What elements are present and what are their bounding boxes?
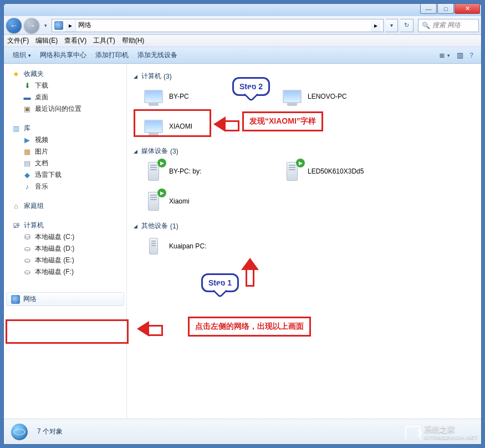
- forward-button[interactable]: →: [24, 18, 39, 33]
- menu-file[interactable]: 文件(F): [7, 36, 29, 45]
- sidebar-item-drive-c[interactable]: ⛁本地磁盘 (C:): [4, 231, 126, 243]
- annotation-step1: Step 1: [201, 273, 239, 292]
- menu-tools[interactable]: 工具(T): [93, 36, 115, 45]
- section-label: 计算机: [141, 72, 161, 81]
- add-wireless-button[interactable]: 添加无线设备: [133, 48, 182, 62]
- sidebar-item-downloads[interactable]: ⬇下载: [4, 80, 126, 91]
- sidebar-item-drive-d[interactable]: ⛀本地磁盘 (D:): [4, 243, 126, 254]
- media-item-bypc[interactable]: ▶ BY-PC: by:: [140, 158, 273, 185]
- close-button[interactable]: ✕: [455, 4, 480, 14]
- menubar: 文件(F) 编辑(E) 查看(V) 工具(T) 帮助(H): [4, 35, 481, 47]
- watermark-title: 系统之家: [424, 425, 455, 434]
- help-button[interactable]: ？: [466, 50, 477, 60]
- recent-icon: ▣: [23, 105, 32, 114]
- drive-icon: ⛀: [23, 245, 32, 253]
- explorer-window: — ▢ ✕ ← → ▾ ▸ 网络 ▸ ▾ ↻ 🔍 搜索 网络 文件(F) 编辑(…: [3, 3, 482, 445]
- network-icon: [11, 295, 20, 304]
- library-icon: ▥: [12, 124, 21, 133]
- computer-icon: 🖳: [12, 221, 21, 230]
- sidebar-computer[interactable]: 🖳 计算机: [4, 220, 126, 231]
- section-computers[interactable]: ◢ 计算机 (3): [134, 72, 478, 81]
- status-text: 7 个对象: [37, 427, 63, 436]
- section-other[interactable]: ◢ 其他设备 (1): [134, 221, 478, 231]
- view-mode-button[interactable]: ≣: [436, 51, 447, 59]
- item-label: LED50K610X3Dd5: [308, 167, 364, 175]
- sidebar-item-drive-e[interactable]: ⛀本地磁盘 (E:): [4, 254, 126, 266]
- sidebar-item-label: 本地磁盘 (F:): [35, 267, 74, 277]
- chevron-down-icon: ◢: [134, 223, 139, 229]
- organize-label: 组织: [13, 50, 26, 60]
- add-printer-button[interactable]: 添加打印机: [91, 48, 133, 62]
- computer-item-bypc[interactable]: BY-PC: [140, 83, 273, 110]
- search-icon: 🔍: [422, 22, 430, 29]
- breadcrumb-sep2[interactable]: ▸: [371, 19, 381, 32]
- address-bar[interactable]: ▸ 网络 ▸: [52, 19, 384, 32]
- sidebar-item-drive-f[interactable]: ⛀本地磁盘 (F:): [4, 266, 126, 278]
- refresh-button[interactable]: ↻: [400, 19, 413, 32]
- maximize-button[interactable]: ▢: [437, 4, 454, 14]
- menu-help[interactable]: 帮助(H): [122, 36, 145, 45]
- sidebar-item-recent[interactable]: ▣最近访问的位置: [4, 103, 126, 115]
- content-pane: ◢ 计算机 (3) BY-PC LENOVO-PC XIAOMI: [127, 64, 481, 419]
- music-icon: ♪: [23, 182, 32, 191]
- sidebar-favorites[interactable]: ★ 收藏夹: [4, 68, 126, 80]
- sidebar-item-videos[interactable]: ▶视频: [4, 134, 126, 146]
- body: ★ 收藏夹 ⬇下载 ▬桌面 ▣最近访问的位置 ▥ 库 ▶视频 ▦图片 ▤文档 ◆…: [4, 64, 481, 419]
- section-count: (3): [170, 147, 178, 155]
- sidebar-homegroup[interactable]: ⌂ 家庭组: [4, 200, 126, 212]
- computer-item-xiaomi[interactable]: XIAOMI: [140, 113, 273, 140]
- sidebar-library-label: 库: [24, 124, 30, 133]
- sidebar-item-label: 图片: [35, 147, 48, 156]
- nav-history-dropdown[interactable]: ▾: [42, 23, 49, 28]
- network-sharing-center-button[interactable]: 网络和共享中心: [35, 48, 91, 62]
- sidebar-library[interactable]: ▥ 库: [4, 123, 126, 134]
- sidebar-item-desktop[interactable]: ▬桌面: [4, 91, 126, 103]
- homegroup-icon: ⌂: [12, 202, 21, 211]
- media-item-led[interactable]: ▶ LED50K610X3Dd5: [279, 158, 412, 185]
- sidebar-item-thunder[interactable]: ◆迅雷下载: [4, 169, 126, 181]
- preview-pane-button[interactable]: ▥: [455, 51, 466, 59]
- search-input[interactable]: 🔍 搜索 网络: [418, 19, 479, 32]
- pictures-icon: ▦: [23, 147, 32, 156]
- sidebar-item-pictures[interactable]: ▦图片: [4, 146, 126, 157]
- drive-icon: ⛀: [23, 268, 32, 277]
- sidebar-item-documents[interactable]: ▤文档: [4, 157, 126, 169]
- computer-icon: [281, 85, 303, 108]
- menu-edit[interactable]: 编辑(E): [35, 36, 58, 45]
- sidebar-computer-label: 计算机: [24, 221, 44, 230]
- annotation-arrow-left-icon: [137, 321, 149, 337]
- sidebar-item-label: 最近访问的位置: [35, 104, 81, 114]
- drive-icon: ⛀: [23, 256, 32, 265]
- address-dropdown[interactable]: ▾: [386, 19, 398, 32]
- device-icon: [142, 235, 165, 257]
- sidebar-item-label: 本地磁盘 (E:): [35, 256, 74, 265]
- computer-icon: [142, 115, 165, 138]
- computer-item-lenovo[interactable]: LENOVO-PC: [279, 83, 412, 110]
- sidebar-item-label: 本地磁盘 (C:): [35, 232, 74, 242]
- star-icon: ★: [12, 70, 21, 79]
- organize-button[interactable]: 组织 ▾: [8, 48, 35, 62]
- menu-view[interactable]: 查看(V): [64, 36, 86, 45]
- item-label: Xiaomi: [169, 197, 190, 205]
- media-device-icon: ▶: [281, 160, 303, 182]
- section-media[interactable]: ◢ 媒体设备 (3): [134, 146, 478, 156]
- minimize-button[interactable]: —: [420, 4, 437, 14]
- media-device-icon: ▶: [142, 160, 165, 182]
- section-label: 其他设备: [141, 221, 168, 231]
- breadcrumb-root[interactable]: 网络: [78, 21, 91, 30]
- chevron-down-icon: ▾: [28, 53, 31, 58]
- sidebar-network[interactable]: 网络: [6, 292, 124, 306]
- view-mode-dropdown[interactable]: ▾: [447, 53, 450, 58]
- sidebar-item-label: 迅雷下载: [35, 170, 62, 180]
- sidebar: ★ 收藏夹 ⬇下载 ▬桌面 ▣最近访问的位置 ▥ 库 ▶视频 ▦图片 ▤文档 ◆…: [4, 64, 127, 419]
- other-item-kuaipan[interactable]: Kuaipan PC:: [140, 233, 273, 259]
- section-count: (3): [164, 73, 172, 80]
- item-label: Kuaipan PC:: [169, 242, 206, 250]
- thunder-icon: ◆: [23, 171, 32, 180]
- network-icon: [54, 21, 63, 30]
- back-button[interactable]: ←: [6, 18, 22, 33]
- breadcrumb-sep[interactable]: ▸: [65, 19, 76, 32]
- media-item-xiaomi[interactable]: ▶ Xiaomi: [140, 188, 273, 215]
- chevron-down-icon: ◢: [134, 149, 139, 154]
- sidebar-item-music[interactable]: ♪音乐: [4, 181, 126, 192]
